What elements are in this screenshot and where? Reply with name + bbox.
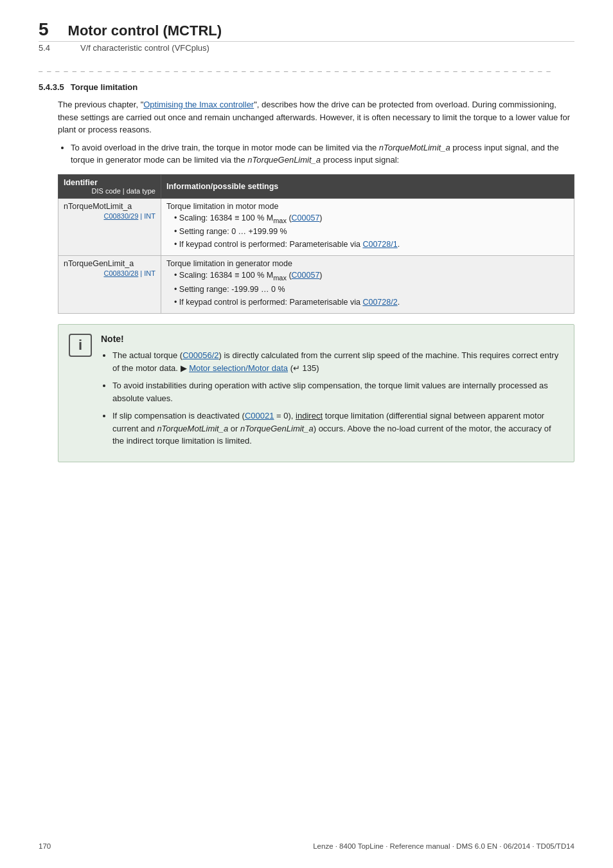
- intro-bullet-item: To avoid overload in the drive train, th…: [71, 141, 574, 167]
- sub-bullet-item: Setting range: 0 … +199.99 %: [174, 226, 569, 238]
- sub-bullet-item: If keypad control is performed: Paramete…: [174, 297, 569, 309]
- section-title: Torque limitation: [71, 82, 138, 92]
- col-info-header: Information/possible settings: [161, 174, 574, 198]
- col-identifier-sub: DIS code | data type: [64, 187, 155, 195]
- info-cell-1: Torque limitation in motor mode Scaling:…: [161, 198, 574, 256]
- parameter-table: Identifier DIS code | data type Informat…: [58, 174, 574, 314]
- motor-selection-link[interactable]: Motor selection/Motor data: [189, 363, 288, 373]
- c00830-29-link[interactable]: C00830/29: [103, 212, 138, 220]
- id-code-1: C00830/29 | INT: [64, 212, 155, 220]
- sub-bullet-item: Scaling: 16384 ≡ 100 % Mmax (C00057): [174, 270, 569, 283]
- section-body: The previous chapter, "Optimising the Im…: [58, 98, 574, 462]
- note-bullet-item-1: The actual torque (C00056/2) is directly…: [112, 349, 564, 374]
- sub-bullet-list-1: Scaling: 16384 ≡ 100 % Mmax (C00057) Set…: [174, 213, 569, 251]
- c00830-28-link[interactable]: C00830/28: [103, 269, 138, 277]
- chapter-title: Motor control (MCTRL): [68, 23, 222, 39]
- sub-bullet-item: Scaling: 16384 ≡ 100 % Mmax (C00057): [174, 213, 569, 226]
- note-bullet-item-2: To avoid instabilities during operation …: [112, 379, 564, 404]
- page-header: 5 Motor control (MCTRL) 5.4 V/f characte…: [39, 19, 574, 53]
- doc-info: Lenze · 8400 TopLine · Reference manual …: [313, 842, 574, 850]
- id-code-2: C00830/28 | INT: [64, 269, 155, 277]
- page-footer: 170 Lenze · 8400 TopLine · Reference man…: [39, 842, 574, 850]
- table-row: nTorqueMotLimit_a C00830/29 | INT Torque…: [58, 198, 574, 256]
- sub-bullet-list-2: Scaling: 16384 ≡ 100 % Mmax (C00057) Set…: [174, 270, 569, 308]
- table-header-row: Identifier DIS code | data type Informat…: [58, 174, 574, 198]
- intro-paragraph: The previous chapter, "Optimising the Im…: [58, 98, 574, 136]
- sub-bullet-item: If keypad control is performed: Paramete…: [174, 239, 569, 251]
- table-row: nTorqueGenLimit_a C00830/28 | INT Torque…: [58, 256, 574, 314]
- note-bullet-item-3: If slip compensation is deactivated (C00…: [112, 410, 564, 448]
- chapter-number: 5: [39, 19, 49, 40]
- note-content: Note! The actual torque (C00056/2) is di…: [101, 334, 564, 453]
- c00021-link[interactable]: C00021: [245, 411, 274, 420]
- chapter-line: 5 Motor control (MCTRL): [39, 19, 574, 42]
- sub-bullet-item: Setting range: -199.99 … 0 %: [174, 284, 569, 296]
- c00057-link-1[interactable]: C00057: [292, 213, 320, 222]
- info-title-1: Torque limitation in motor mode: [166, 202, 278, 211]
- c00728-1-link[interactable]: C00728/1: [362, 240, 397, 249]
- info-title-2: Torque limitation in generator mode: [166, 259, 292, 268]
- section-divider: _ _ _ _ _ _ _ _ _ _ _ _ _ _ _ _ _ _ _ _ …: [39, 64, 574, 72]
- id-name-1: nTorqueMotLimit_a: [64, 202, 155, 211]
- section-number: 5.4.3.5: [39, 82, 64, 92]
- info-cell-2: Torque limitation in generator mode Scal…: [161, 256, 574, 314]
- c00728-2-link[interactable]: C00728/2: [362, 298, 397, 307]
- sub-chapter-title: V/f characteristic control (VFCplus): [80, 43, 209, 53]
- info-icon: i: [69, 334, 92, 357]
- note-title: Note!: [101, 334, 564, 344]
- c00057-link-2[interactable]: C00057: [292, 271, 320, 280]
- intro-bullet-list: To avoid overload in the drive train, th…: [71, 141, 574, 167]
- id-name-2: nTorqueGenLimit_a: [64, 259, 155, 268]
- section-heading: 5.4.3.5 Torque limitation: [39, 82, 574, 92]
- identifier-cell-2: nTorqueGenLimit_a C00830/28 | INT: [58, 256, 161, 314]
- col-identifier-header: Identifier DIS code | data type: [58, 174, 161, 198]
- imax-controller-link[interactable]: Optimising the Imax controller: [143, 100, 254, 109]
- sub-chapter-line: 5.4 V/f characteristic control (VFCplus): [39, 43, 574, 53]
- sub-chapter-number: 5.4: [39, 43, 61, 53]
- c00056-2-link[interactable]: C00056/2: [182, 350, 218, 360]
- identifier-cell-1: nTorqueMotLimit_a C00830/29 | INT: [58, 198, 161, 256]
- note-bullet-list: The actual torque (C00056/2) is directly…: [112, 349, 564, 448]
- page-number: 170: [39, 842, 51, 850]
- note-box: i Note! The actual torque (C00056/2) is …: [58, 324, 574, 462]
